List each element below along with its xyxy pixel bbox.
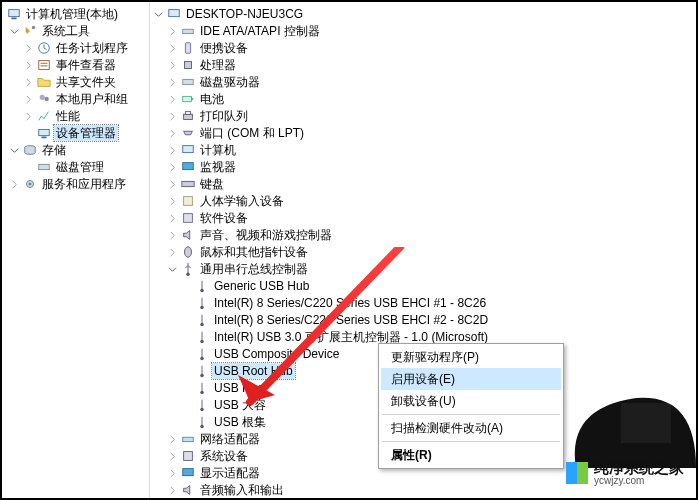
computer-icon	[166, 6, 182, 22]
cat-hid[interactable]: 人体学输入设备	[152, 193, 694, 209]
chevron-right-icon[interactable]	[22, 42, 34, 54]
chevron-right-icon[interactable]	[166, 59, 178, 71]
chevron-right-icon[interactable]	[166, 433, 178, 445]
label: Intel(R) 8 Series/C220 Series USB EHCI #…	[212, 295, 488, 311]
left-tree: 计算机管理(本地) 系统工具 任务计划程序 事件查看器 共享文件夹 本地用户和组…	[2, 2, 150, 498]
chevron-right-icon[interactable]	[166, 195, 178, 207]
svg-rect-15	[185, 43, 190, 54]
node-local-users[interactable]: 本地用户和组	[4, 91, 147, 107]
label: 打印队列	[198, 108, 250, 124]
usb-device-icon	[194, 414, 210, 430]
chevron-right-icon[interactable]	[22, 59, 34, 71]
chevron-down-icon[interactable]	[166, 263, 178, 275]
cat-audio[interactable]: 音频输入和输出	[152, 482, 694, 498]
label: USB Root Hub	[212, 363, 295, 379]
chevron-down-icon[interactable]	[152, 8, 164, 20]
dev-ehci2[interactable]: Intel(R) 8 Series/C220 Series USB EHCI #…	[152, 312, 694, 328]
node-shared-folders[interactable]: 共享文件夹	[4, 74, 147, 90]
svg-point-31	[200, 323, 204, 327]
usb-device-icon	[194, 346, 210, 362]
chevron-right-icon[interactable]	[22, 93, 34, 105]
svg-rect-23	[183, 163, 194, 170]
cat-computer[interactable]: 计算机	[152, 142, 694, 158]
battery-icon	[180, 91, 196, 107]
chevron-right-icon[interactable]	[166, 93, 178, 105]
node-storage[interactable]: 存储	[4, 142, 147, 158]
node-disk-mgmt[interactable]: 磁盘管理	[4, 159, 147, 175]
chevron-right-icon[interactable]	[166, 484, 178, 496]
chevron-right-icon[interactable]	[166, 76, 178, 88]
label: 任务计划程序	[54, 40, 130, 56]
svg-rect-17	[183, 79, 194, 84]
chevron-right-icon[interactable]	[166, 127, 178, 139]
cat-keyboard[interactable]: 键盘	[152, 176, 694, 192]
chevron-right-icon[interactable]	[8, 178, 20, 190]
chevron-right-icon[interactable]	[166, 450, 178, 462]
chevron-right-icon[interactable]	[166, 25, 178, 37]
chevron-right-icon[interactable]	[166, 161, 178, 173]
computer-mgmt-icon	[6, 6, 22, 22]
chevron-right-icon[interactable]	[22, 76, 34, 88]
cat-monitor[interactable]: 监视器	[152, 159, 694, 175]
chevron-right-icon[interactable]	[166, 467, 178, 479]
menu-update-driver[interactable]: 更新驱动程序(P)	[381, 346, 561, 368]
cat-printq[interactable]: 打印队列	[152, 108, 694, 124]
svg-rect-26	[184, 214, 193, 223]
network-icon	[180, 431, 196, 447]
cat-battery[interactable]: 电池	[152, 91, 694, 107]
chevron-down-icon[interactable]	[8, 144, 20, 156]
chevron-right-icon[interactable]	[166, 246, 178, 258]
menu-enable-device[interactable]: 启用设备(E)	[381, 368, 561, 390]
node-system-tools[interactable]: 系统工具	[4, 23, 147, 39]
node-performance[interactable]: 性能	[4, 108, 147, 124]
chevron-right-icon[interactable]	[166, 144, 178, 156]
cat-disk[interactable]: 磁盘驱动器	[152, 74, 694, 90]
chevron-right-icon[interactable]	[166, 212, 178, 224]
cat-sound[interactable]: 声音、视频和游戏控制器	[152, 227, 694, 243]
node-services-apps[interactable]: 服务和应用程序	[4, 176, 147, 192]
label: Generic USB Hub	[212, 278, 311, 294]
cat-software[interactable]: 软件设备	[152, 210, 694, 226]
cat-ports[interactable]: 端口 (COM 和 LPT)	[152, 125, 694, 141]
dev-generic-usb-hub[interactable]: Generic USB Hub	[152, 278, 694, 294]
cat-usb[interactable]: 通用串行总线控制器	[152, 261, 694, 277]
chevron-right-icon[interactable]	[166, 42, 178, 54]
label: 声音、视频和游戏控制器	[198, 227, 334, 243]
svg-rect-18	[183, 96, 192, 101]
label: 显示适配器	[198, 465, 262, 481]
menu-properties[interactable]: 属性(R)	[381, 444, 561, 466]
label: 网络适配器	[198, 431, 262, 447]
port-icon	[180, 125, 196, 141]
menu-scan-hardware[interactable]: 扫描检测硬件改动(A)	[381, 417, 561, 439]
menu-uninstall-device[interactable]: 卸载设备(U)	[381, 390, 561, 412]
svg-rect-19	[192, 98, 194, 100]
svg-rect-25	[184, 197, 193, 206]
node-event-viewer[interactable]: 事件查看器	[4, 57, 147, 73]
usb-device-icon	[194, 312, 210, 328]
node-task-scheduler[interactable]: 任务计划程序	[4, 40, 147, 56]
cat-ide[interactable]: IDE ATA/ATAPI 控制器	[152, 23, 694, 39]
node-computer-management[interactable]: 计算机管理(本地)	[4, 6, 147, 22]
context-menu: 更新驱动程序(P) 启用设备(E) 卸载设备(U) 扫描检测硬件改动(A) 属性…	[378, 343, 564, 469]
chevron-right-icon[interactable]	[166, 110, 178, 122]
label: 磁盘驱动器	[198, 74, 262, 90]
cat-mouse[interactable]: 鼠标和其他指针设备	[152, 244, 694, 260]
chevron-right-icon[interactable]	[22, 110, 34, 122]
usb-device-icon	[194, 329, 210, 345]
cat-portable[interactable]: 便携设备	[152, 40, 694, 56]
usb-device-icon	[194, 380, 210, 396]
folder-icon	[36, 74, 52, 90]
svg-rect-39	[184, 452, 193, 461]
label: 便携设备	[198, 40, 250, 56]
display-icon	[180, 465, 196, 481]
label: 设备管理器	[54, 125, 118, 141]
chevron-down-icon[interactable]	[8, 25, 20, 37]
svg-rect-22	[183, 146, 194, 153]
node-desktop-root[interactable]: DESKTOP-NJEU3CG	[152, 6, 694, 22]
mouse-icon	[180, 244, 196, 260]
dev-ehci1[interactable]: Intel(R) 8 Series/C220 Series USB EHCI #…	[152, 295, 694, 311]
chevron-right-icon[interactable]	[166, 229, 178, 241]
node-device-manager[interactable]: 设备管理器	[4, 125, 147, 141]
cat-cpu[interactable]: 处理器	[152, 57, 694, 73]
chevron-right-icon[interactable]	[166, 178, 178, 190]
